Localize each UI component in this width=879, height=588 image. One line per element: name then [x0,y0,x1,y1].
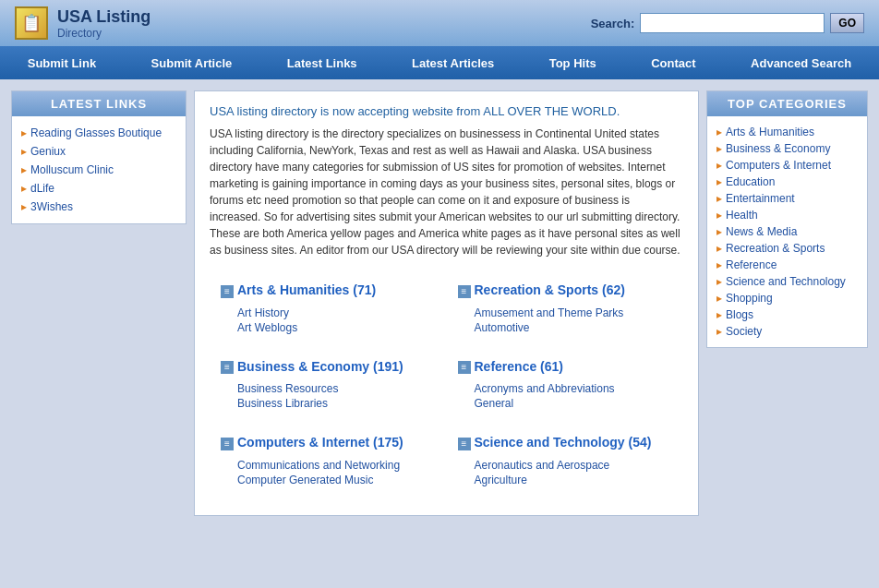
category-sub-link[interactable]: Agriculture [475,473,673,487]
main-nav: Submit Link Submit Article Latest Links … [0,46,879,79]
category-icon: ≡ [458,361,471,374]
top-category-item[interactable]: Health [716,207,858,223]
logo-area: 📋 USA Listing Directory [15,6,151,40]
latest-links-title: LATEST LINKS [12,91,186,116]
category-title[interactable]: Computers & Internet (175) [237,435,403,450]
category-sub-link[interactable]: Art History [237,306,436,320]
category-sub-link[interactable]: Communications and Networking [237,458,436,473]
category-sub-link[interactable]: Art Weblogs [237,320,436,335]
search-input[interactable] [640,13,825,33]
category-cell: ≡Computers & Internet (175)Communication… [210,426,447,502]
nav-latest-links[interactable]: Latest Links [276,56,368,70]
nav-advanced-search[interactable]: Advanced Search [740,56,862,70]
top-category-item[interactable]: Arts & Humanities [716,124,858,140]
header: 📋 USA Listing Directory Search: GO [0,0,879,46]
logo-subtitle: Directory [57,27,151,40]
category-cell: ≡Reference (61)Acronyms and Abbreviation… [447,350,684,426]
latest-link-item[interactable]: dLife [21,179,176,198]
category-sub-link[interactable]: Business Libraries [237,396,436,411]
top-category-item[interactable]: Science and Technology [716,273,858,290]
nav-top-hits[interactable]: Top Hits [538,56,608,70]
top-category-item[interactable]: News & Media [716,223,858,240]
search-area: Search: GO [591,13,864,33]
top-categories-title: TOP CATEGORIES [707,91,867,116]
go-button[interactable]: GO [830,13,864,33]
category-title[interactable]: Science and Technology (54) [475,435,652,450]
category-sub-link[interactable]: Acronyms and Abbreviations [475,381,673,396]
top-category-item[interactable]: Business & Economy [716,140,858,157]
latest-link-item[interactable]: Molluscum Clinic [21,161,176,179]
latest-link-item[interactable]: Geniux [21,142,176,161]
category-cell: ≡Recreation & Sports (62)Amusement and T… [447,273,684,350]
category-icon: ≡ [458,438,471,450]
top-category-item[interactable]: Society [716,323,858,340]
category-title[interactable]: Recreation & Sports (62) [475,282,625,297]
category-title[interactable]: Arts & Humanities (71) [237,282,376,297]
logo-text: USA Listing Directory [57,7,151,40]
top-category-item[interactable]: Blogs [716,306,858,323]
top-category-item[interactable]: Education [716,174,858,190]
top-category-item[interactable]: Shopping [716,290,858,306]
category-sub-link[interactable]: Business Resources [237,381,436,396]
top-categories-list: Arts & HumanitiesBusiness & EconomyCompu… [707,116,867,347]
latest-links-box: LATEST LINKS Reading Glasses BoutiqueGen… [11,90,187,224]
top-category-item[interactable]: Recreation & Sports [716,240,858,257]
category-icon: ≡ [221,285,234,298]
left-sidebar: LATEST LINKS Reading Glasses BoutiqueGen… [11,90,187,516]
category-cell: ≡Science and Technology (54)Aeronautics … [447,426,684,502]
categories-grid: ≡Arts & Humanities (71)Art HistoryArt We… [210,273,683,502]
logo-icon: 📋 [15,6,48,40]
nav-latest-articles[interactable]: Latest Articles [401,56,505,70]
category-cell: ≡Business & Economy (191)Business Resour… [210,350,447,426]
category-sub-link[interactable]: Amusement and Theme Parks [475,306,673,320]
intro-highlight: USA listing directory is now accepting w… [210,104,683,118]
right-sidebar: TOP CATEGORIES Arts & HumanitiesBusiness… [706,90,868,516]
category-sub-link[interactable]: Computer Generated Music [237,473,436,487]
category-icon: ≡ [221,438,234,450]
category-sub-link[interactable]: Aeronautics and Aerospace [475,458,673,473]
top-category-item[interactable]: Entertainment [716,190,858,207]
category-sub-link[interactable]: General [475,396,673,411]
main-layout: LATEST LINKS Reading Glasses BoutiqueGen… [0,79,879,527]
search-label: Search: [591,17,635,30]
logo-title: USA Listing [57,7,151,27]
intro-body: USA listing directory is the directory s… [210,126,683,258]
category-cell: ≡Arts & Humanities (71)Art HistoryArt We… [210,273,447,350]
nav-submit-link[interactable]: Submit Link [17,56,107,70]
nav-contact[interactable]: Contact [640,56,706,70]
nav-submit-article[interactable]: Submit Article [140,56,244,70]
latest-link-item[interactable]: 3Wishes [21,198,176,216]
category-icon: ≡ [458,285,471,298]
category-title[interactable]: Business & Economy (191) [237,359,403,374]
top-categories-box: TOP CATEGORIES Arts & HumanitiesBusiness… [706,90,868,348]
top-category-item[interactable]: Computers & Internet [716,157,858,174]
latest-link-item[interactable]: Reading Glasses Boutique [21,124,176,142]
top-category-item[interactable]: Reference [716,257,858,273]
center-content: USA listing directory is now accepting w… [194,90,699,516]
category-sub-link[interactable]: Automotive [475,320,673,335]
category-title[interactable]: Reference (61) [475,359,564,374]
latest-links-list: Reading Glasses BoutiqueGeniuxMolluscum … [12,116,186,223]
category-icon: ≡ [221,361,234,374]
